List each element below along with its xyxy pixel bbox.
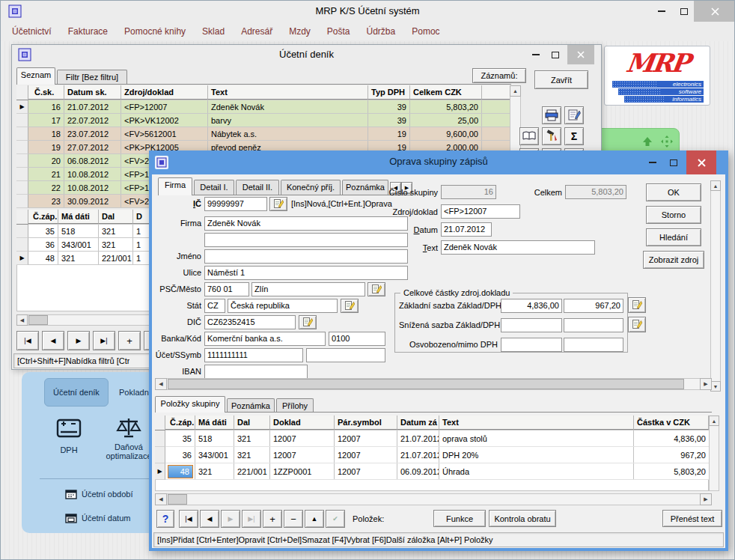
items-vscrollbar[interactable] (709, 416, 719, 491)
next-record-button[interactable]: ▶ (67, 331, 90, 350)
text-field[interactable]: Zdeněk Novák (441, 240, 595, 255)
dialog-maximize-icon[interactable] (664, 152, 683, 173)
mesto-field[interactable]: Zlín (251, 282, 365, 296)
table-row[interactable]: 35518321120071200721.07.2012oprava stolů… (155, 430, 709, 447)
ucet-field[interactable]: 1111111111 (204, 348, 303, 362)
items-delete-button[interactable]: − (284, 510, 303, 528)
stat-name-field[interactable]: Česká republika (228, 299, 338, 313)
table-row[interactable]: 1722.07.2012<PK>VK12002barvy3925,00 (16, 114, 511, 127)
close-agenda-button[interactable]: Zavřít (534, 70, 588, 89)
mesto-lookup-button[interactable] (368, 282, 385, 296)
move-icon[interactable] (661, 136, 673, 149)
scroll-thumb[interactable] (28, 315, 48, 325)
funkce-button[interactable]: Funkce (433, 510, 486, 527)
sidebar-item-dph[interactable]: DPH (47, 445, 91, 454)
scroll-left-icon[interactable]: ◀ (155, 493, 167, 505)
scroll-right-icon[interactable]: ▶ (700, 378, 712, 390)
zakladni-zaklad-field[interactable]: 4,836,00 (501, 299, 562, 313)
tab-seznam[interactable]: Seznam (16, 67, 55, 85)
menu-item-mzdy[interactable]: Mzdy (281, 22, 319, 41)
menu-item-adresar[interactable]: Adresář (233, 22, 281, 41)
items-next-button[interactable]: ▶ (221, 510, 240, 528)
ssymb-field[interactable] (306, 348, 385, 362)
scroll-up-icon[interactable]: ▲ (510, 85, 521, 97)
osvobozeno-zaklad-field[interactable] (501, 338, 562, 352)
menu-item-fakturace[interactable]: Fakturace (60, 22, 116, 41)
arrow-up-icon[interactable] (641, 136, 653, 149)
minimize-icon[interactable] (650, 1, 673, 22)
dic-lookup-button[interactable] (299, 315, 317, 329)
menu-item-pomocne-knihy[interactable]: Pomocné knihy (116, 22, 194, 41)
items-edit-button[interactable]: ▲ (305, 510, 324, 528)
iban-field[interactable] (204, 365, 308, 379)
journal-maximize-icon[interactable] (546, 45, 564, 64)
datum-field[interactable]: 21.07.2012 (441, 222, 492, 237)
scroll-left-icon[interactable]: ◀ (16, 314, 28, 326)
table-row[interactable]: 1823.07.2012<FV>5612001Nábytek a.s.199,6… (16, 127, 511, 141)
tab-detail2[interactable]: Detail II. (236, 180, 279, 195)
sidebar-item-pokladna[interactable]: Pokladna (119, 388, 153, 397)
dialog-close-icon[interactable] (686, 150, 716, 174)
table-row[interactable]: ▶ 1621.07.2012<FP>12007Zdeněk Novák395,8… (16, 100, 511, 114)
close-icon[interactable] (694, 1, 735, 22)
items-prev-button[interactable]: ◀ (200, 510, 219, 528)
zakladni-dph-field[interactable]: 967,20 (564, 299, 623, 313)
ic-field[interactable]: 99999997 (204, 197, 267, 211)
settings-tools-button[interactable] (542, 127, 561, 145)
stat-lookup-button[interactable] (341, 299, 359, 313)
print-button[interactable] (542, 106, 561, 124)
tab-prilohy[interactable]: Přílohy (276, 398, 314, 413)
banka-field[interactable]: Komerční banka a.s. (204, 332, 326, 346)
stat-code-field[interactable]: CZ (204, 299, 225, 313)
sum-button[interactable]: Σ (564, 127, 584, 145)
help-button[interactable]: ? (156, 510, 174, 528)
items-hscrollbar[interactable] (155, 493, 712, 505)
table-row[interactable]: 36343/001321120071200721.07.2012DPH 20%9… (155, 447, 709, 463)
scroll-up-icon[interactable]: ▲ (709, 416, 719, 426)
items-first-button[interactable]: |◀ (179, 510, 198, 528)
snizena-lookup-button[interactable] (628, 317, 646, 332)
dic-field[interactable]: CZ62352415 (204, 315, 296, 329)
journal-minimize-icon[interactable] (527, 45, 545, 64)
tab-polozky-skupiny[interactable]: Položky skupiny (155, 396, 225, 413)
scroll-right-icon[interactable]: ▶ (700, 493, 712, 505)
ok-button[interactable]: OK (646, 183, 701, 201)
sidebar-item-ucetni-denik[interactable]: Účetní deník (44, 378, 109, 407)
storno-button[interactable]: Storno (646, 206, 701, 224)
maximize-icon[interactable] (673, 1, 695, 22)
dialog-minimize-icon[interactable] (643, 152, 662, 173)
tab-poznamka-items[interactable]: Poznámka (227, 398, 275, 413)
table-row-selected[interactable]: ▶ 48 321221/0011ZZP00011200706.09.2012Úh… (155, 463, 709, 480)
items-last-button[interactable]: ▶| (242, 510, 261, 528)
sidebar-item-ucetni-obdobi[interactable]: Účetní období (82, 490, 133, 499)
dph-icon[interactable] (55, 414, 83, 444)
prenest-text-button[interactable]: Přenést text (662, 510, 722, 527)
scroll-left-icon[interactable]: ◀ (155, 378, 167, 390)
kod-banky-field[interactable]: 0100 (329, 332, 385, 346)
menu-item-udrzba[interactable]: Údržba (359, 22, 404, 41)
psc-field[interactable]: 760 01 (204, 282, 249, 296)
ic-lookup-button[interactable] (269, 197, 287, 211)
address-book-button[interactable] (519, 127, 539, 145)
items-add-button[interactable]: + (263, 510, 282, 528)
hledani-button[interactable]: Hledání (646, 228, 701, 246)
scroll-down-icon[interactable]: ▼ (710, 381, 721, 392)
journal-close-icon[interactable] (567, 45, 594, 64)
edit-document-button[interactable] (564, 106, 584, 124)
sidebar-item-ucetni-datum[interactable]: Účetní datum (82, 514, 130, 523)
menu-item-pomoc[interactable]: Pomoc (403, 22, 448, 41)
first-record-button[interactable]: |◀ (16, 331, 39, 350)
zakladni-lookup-button[interactable] (628, 297, 646, 313)
last-record-button[interactable]: ▶| (93, 331, 115, 350)
snizena-dph-field[interactable] (564, 318, 623, 332)
menu-item-ucetnictvi[interactable]: Účetnictví (4, 22, 60, 41)
tab-konecny-prijemce[interactable]: Konečný příj. (281, 180, 341, 195)
scroll-thumb[interactable] (168, 379, 684, 389)
add-record-button[interactable]: + (118, 331, 141, 350)
zobrazit-zdroj-button[interactable]: Zobrazit zdroj (643, 251, 704, 269)
menu-item-posta[interactable]: Pošta (319, 22, 359, 41)
tab-detail1[interactable]: Detail I. (194, 180, 234, 195)
prev-record-button[interactable]: ◀ (42, 331, 64, 350)
tab-firma[interactable]: Firma (158, 177, 192, 195)
ulice-field[interactable]: Náměstí 1 (204, 266, 408, 280)
